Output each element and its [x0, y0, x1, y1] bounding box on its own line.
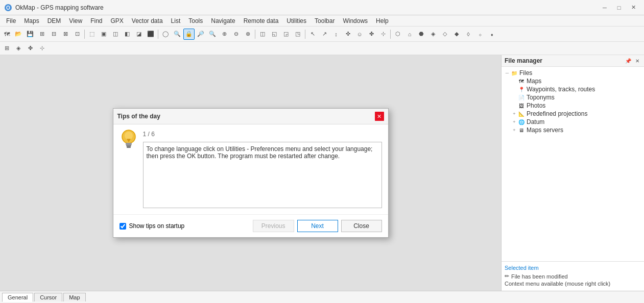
tb-save[interactable]: 💾 — [25, 29, 36, 40]
tree-item-maps[interactable]: 🗺 Maps — [504, 77, 642, 85]
tb-btn23[interactable]: ✜ — [342, 29, 353, 40]
tips-dialog: Tips of the day ✕ — [113, 108, 389, 238]
menu-view[interactable]: View — [65, 16, 86, 26]
file-manager-title: File manager — [505, 57, 542, 64]
tb-btn15[interactable]: ⊖ — [230, 29, 242, 40]
toponyms-icon: 📄 — [518, 94, 525, 101]
tb-cursor[interactable]: ↖ — [307, 29, 318, 40]
tree-item-files[interactable]: ─ 📁 Files — [504, 69, 642, 77]
expand-waypoints-icon — [511, 86, 518, 93]
fm-pin-button[interactable]: 📌 — [625, 57, 632, 64]
tab-general[interactable]: General — [2, 293, 33, 302]
menu-windows[interactable]: Windows — [339, 16, 372, 26]
tree-item-maps-servers[interactable]: + 🖥 Maps servers — [504, 126, 642, 134]
menu-utilities[interactable]: Utilities — [282, 16, 311, 26]
tip-text: To change language click on Utilities - … — [147, 145, 373, 160]
dialog-close-x-button[interactable]: ✕ — [375, 112, 384, 121]
tb-btn30[interactable]: ◈ — [427, 29, 439, 40]
window-close-button[interactable]: ✕ — [627, 3, 640, 13]
menu-remote-data[interactable]: Remote data — [240, 16, 283, 26]
tb-btn28[interactable]: ⌂ — [404, 29, 415, 40]
tree-item-photos[interactable]: 🖼 Photos — [504, 102, 642, 110]
expand-datum-icon: + — [511, 118, 518, 125]
tab-map[interactable]: Map — [63, 293, 85, 301]
close-button[interactable]: Close — [341, 220, 382, 232]
svg-text:O: O — [6, 5, 10, 11]
tb-btn35[interactable]: ⬧ — [486, 29, 497, 40]
status-bar: General Cursor Map — [0, 291, 644, 303]
tb-btn20[interactable]: ◳ — [292, 29, 303, 40]
tip-text-area: To change language click on Utilities - … — [143, 142, 382, 208]
tb-btn9[interactable]: ◫ — [110, 29, 121, 40]
toolbar-sep-3 — [255, 30, 255, 39]
tree-item-toponyms[interactable]: 📄 Toponyms — [504, 93, 642, 102]
tab-cursor[interactable]: Cursor — [34, 293, 62, 301]
menu-navigate[interactable]: Navigate — [207, 16, 239, 26]
tb-btn24[interactable]: ☺ — [354, 29, 365, 40]
fm-close-button[interactable]: ✕ — [634, 57, 641, 64]
tree-label-datum: Datum — [527, 118, 544, 125]
tb-lock[interactable]: 🔒 — [183, 29, 195, 40]
tb-btn13[interactable]: ◯ — [160, 29, 171, 40]
tb-btn4[interactable]: ⊟ — [48, 29, 59, 40]
tree-item-waypoints[interactable]: 📍 Waypoints, tracks, routes — [504, 85, 642, 93]
menu-file[interactable]: File — [2, 16, 20, 26]
dialog-titlebar: Tips of the day ✕ — [113, 109, 388, 124]
tb-btn27[interactable]: ⬡ — [392, 29, 403, 40]
tb-btn18[interactable]: ◱ — [269, 29, 280, 40]
tb-btn11[interactable]: ◪ — [133, 29, 145, 40]
tb-btn10[interactable]: ◧ — [122, 29, 133, 40]
menu-vector-data[interactable]: Vector data — [128, 16, 167, 26]
toolbar-sep-4 — [305, 30, 305, 39]
previous-button[interactable]: Previous — [253, 220, 294, 232]
tb-btn33[interactable]: ◊ — [463, 29, 474, 40]
tree-label-waypoints: Waypoints, tracks, routes — [527, 86, 595, 93]
menu-tools[interactable]: Tools — [184, 16, 207, 26]
tb-btn32[interactable]: ◆ — [451, 29, 462, 40]
dialog-overlay: Tips of the day ✕ — [0, 55, 501, 291]
minimize-button[interactable]: ─ — [598, 3, 611, 13]
tb2-btn1[interactable]: ⊞ — [1, 43, 12, 54]
tb2-btn3[interactable]: ✤ — [25, 43, 36, 54]
tb2-btn2[interactable]: ◈ — [13, 43, 24, 54]
tb-btn31[interactable]: ◇ — [439, 29, 450, 40]
tb-btn22[interactable]: ↕ — [330, 29, 342, 40]
tb-search[interactable]: 🔍 — [172, 29, 183, 40]
tb-btn25[interactable]: ✤ — [366, 29, 377, 40]
menu-list[interactable]: List — [167, 16, 185, 26]
show-tips-checkbox[interactable] — [120, 223, 126, 230]
tb-zoom-out[interactable]: 🔍 — [207, 29, 218, 40]
tb-btn16[interactable]: ⊗ — [242, 29, 253, 40]
tb-btn12[interactable]: ⬛ — [145, 29, 156, 40]
tb-btn34[interactable]: ⬦ — [474, 29, 486, 40]
tb-btn6[interactable]: ⊡ — [71, 29, 83, 40]
menu-help[interactable]: Help — [372, 16, 393, 26]
tb-btn7[interactable]: ⬚ — [86, 29, 98, 40]
tree-item-projections[interactable]: + 📐 Predefined projections — [504, 110, 642, 118]
tb-zoom-in[interactable]: 🔎 — [195, 29, 206, 40]
tree-item-datum[interactable]: + 🌐 Datum — [504, 118, 642, 126]
tb-btn21[interactable]: ↗ — [319, 29, 330, 40]
next-button[interactable]: Next — [297, 220, 338, 232]
lightbulb-icon — [120, 131, 138, 149]
tb-btn26[interactable]: ⊹ — [377, 29, 389, 40]
tb-btn3[interactable]: ⊞ — [36, 29, 47, 40]
expand-maps-servers-icon: + — [511, 127, 518, 134]
tb-btn17[interactable]: ◫ — [257, 29, 268, 40]
tb-btn8[interactable]: ▣ — [98, 29, 109, 40]
tb-btn19[interactable]: ◲ — [280, 29, 292, 40]
menu-dem[interactable]: DEM — [43, 16, 65, 26]
tb-btn14[interactable]: ⊕ — [219, 29, 230, 40]
tb2-btn4[interactable]: ⊹ — [36, 43, 47, 54]
tb-btn5[interactable]: ⊠ — [60, 29, 71, 40]
folder-icon: 📁 — [511, 69, 518, 77]
tb-btn29[interactable]: ⬣ — [416, 29, 427, 40]
menu-toolbar[interactable]: Toolbar — [311, 16, 339, 26]
tb-open[interactable]: 📂 — [13, 29, 24, 40]
menu-gpx[interactable]: GPX — [107, 16, 128, 26]
toolbar-sep-2 — [158, 30, 158, 39]
menu-maps[interactable]: Maps — [20, 16, 43, 26]
tb-new[interactable]: 🗺 — [1, 29, 12, 40]
maximize-button[interactable]: □ — [612, 3, 626, 13]
menu-find[interactable]: Find — [86, 16, 106, 26]
